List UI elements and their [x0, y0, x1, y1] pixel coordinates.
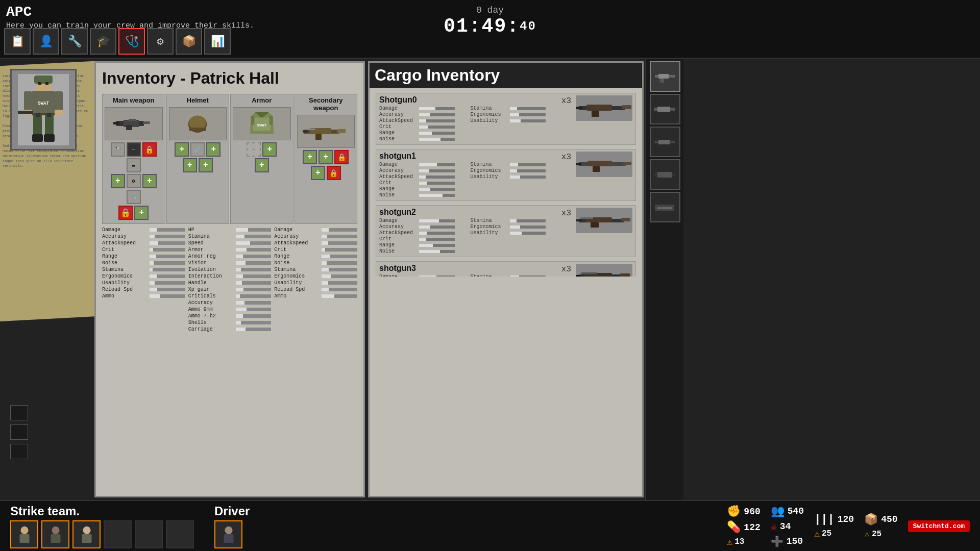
cargo-item-shotgun1[interactable]: shotgun1 Damage Accurasy AttackSpeed Cri… [376, 149, 636, 201]
nav-character[interactable]: 👤 [33, 28, 59, 55]
add-slot-a-2[interactable]: + [255, 158, 269, 172]
secondary-weapon-column: Secondary weapon + + 🔒 [295, 94, 358, 224]
secondary-weapon-slots-2: + 🔒 [297, 166, 355, 180]
cargo-count-shotgun0: x3 [561, 95, 571, 106]
add-slot-sw-1[interactable]: + [303, 150, 317, 164]
nav-notes[interactable]: 📋 [4, 28, 31, 55]
cargo-item-shotgun2[interactable]: shotgun2 Damage Accurasy AttackSpeed Cri… [376, 205, 636, 257]
helmet-header: Helmet [169, 96, 227, 104]
svg-text:SWAT: SWAT [257, 123, 267, 127]
add-slot-h-1[interactable]: + [175, 142, 189, 157]
center-stats: HP Stamina Speed Armor Armor reg Vision … [188, 227, 272, 333]
lock-slot-sw: 🔒 [334, 150, 349, 164]
day-label: 0 day [444, 5, 536, 15]
resource-med1-value: 122 [744, 522, 760, 533]
svg-rect-4 [45, 82, 48, 85]
cargo-name-shotgun1: shotgun1 [379, 152, 556, 161]
stat-ergonomics: Ergonomics [102, 273, 185, 279]
main-area: Lorem ipsum dolor sit amet consectetur a… [0, 59, 980, 500]
avatar-1 [15, 524, 34, 544]
nav-weapons[interactable]: ⚙ [147, 28, 174, 55]
sidebar-misc-icon [652, 194, 678, 220]
nav-medical[interactable]: 🩺 [118, 28, 145, 55]
nav-training[interactable]: 🎓 [90, 28, 116, 55]
driver-member-1[interactable] [214, 520, 242, 548]
cargo-right-stats-shotgun2: Stamina Ergonomics Usability [470, 218, 556, 255]
svg-rect-8 [55, 91, 63, 112]
svg-rect-17 [36, 113, 40, 117]
ammo-icon: ||| [814, 513, 835, 526]
svg-rect-57 [576, 275, 580, 277]
cargo-stats-shotgun0: Damage Accurasy AttackSpeed Crit Range N… [379, 106, 556, 142]
avatar-3 [77, 524, 96, 544]
cargo-list[interactable]: Shotgun0 Damage Accurasy AttackSpeed Cri… [376, 93, 636, 277]
cargo-info-shotgun2: shotgun2 Damage Accurasy AttackSpeed Cri… [379, 208, 556, 255]
extra-slot-1[interactable]: ▬ [127, 158, 141, 172]
svg-rect-45 [593, 166, 600, 172]
scope-slot[interactable]: 🔭 [111, 142, 125, 157]
svg-rect-72 [19, 534, 29, 543]
team-member-6[interactable] [166, 520, 194, 548]
armor-header: Armor [233, 96, 291, 104]
add-slot-sw-3[interactable]: + [311, 166, 325, 180]
item-slot-h-1[interactable]: 🔗 [190, 142, 205, 157]
svg-rect-27 [189, 128, 206, 131]
nav-inventory[interactable]: 📦 [176, 28, 202, 55]
sidebar-misc-slot[interactable] [650, 192, 680, 222]
add-slot-mw-1[interactable]: + [111, 174, 125, 188]
dash-slot: — [127, 142, 141, 157]
item-slot-mw[interactable]: ⚙ [127, 174, 141, 188]
svg-rect-59 [581, 272, 597, 274]
team-member-5[interactable] [135, 520, 163, 548]
team-avatars [10, 520, 194, 548]
armor-slot[interactable]: SWAT [233, 107, 291, 140]
warning-icon-1: ⚠ [727, 536, 732, 547]
team-label: Strike team. [10, 504, 194, 518]
main-weapon-slot[interactable] [105, 107, 163, 140]
sidebar-shotgun-slot-1[interactable] [650, 94, 680, 124]
resources: ✊ 960 💊 122 ⚠ 13 👥 540 ☠ 34 ➕ [727, 505, 970, 548]
cargo-info-shotgun0: Shotgun0 Damage Accurasy AttackSpeed Cri… [379, 95, 556, 142]
svg-rect-11 [18, 111, 33, 114]
add-slot-mw-2[interactable]: + [142, 174, 157, 188]
add-slot-sw-2[interactable]: + [318, 150, 333, 164]
stat-damage: Damage [102, 227, 185, 233]
team-member-2[interactable] [41, 520, 69, 548]
main-weapon-stats: Damage Accurasy AttackSpeed Crit Range [102, 227, 185, 333]
misc-slot[interactable]: 🔧 [127, 190, 141, 204]
add-slot-h-3[interactable]: + [183, 158, 197, 172]
team-member-1[interactable] [10, 520, 38, 548]
stats-area: Damage Accurasy AttackSpeed Crit Range [102, 227, 357, 333]
svg-rect-3 [38, 82, 41, 85]
add-slot-h-2[interactable]: + [206, 142, 220, 157]
nav-bar: 📋 👤 🔧 🎓 🩺 ⚙ 📦 📊 [4, 28, 231, 55]
shotgun0-image [576, 98, 632, 118]
sidebar-rifle-slot[interactable] [650, 61, 680, 92]
lock-slot-mw: 🔒 [118, 206, 133, 220]
secondary-weapon-slot[interactable] [297, 115, 355, 148]
nav-stats[interactable]: 📊 [204, 28, 231, 55]
add-slot-h-4[interactable]: + [199, 158, 213, 172]
lock-slot-sw-2: 🔒 [327, 166, 341, 180]
team-member-4[interactable] [104, 520, 132, 548]
helmet-slot[interactable] [169, 107, 227, 140]
main-weapon-slots: 🔭 — 🔒 ▬ [105, 142, 163, 172]
cargo-count-shotgun1: x3 [561, 152, 571, 162]
cargo-item-shotgun3[interactable]: shotgun3 Damage Accurasy AttackSpeed Cri… [376, 261, 636, 277]
nav-tools[interactable]: 🔧 [61, 28, 88, 55]
add-slot-a-1[interactable]: + [262, 142, 277, 157]
cargo-item-shotgun0[interactable]: Shotgun0 Damage Accurasy AttackSpeed Cri… [376, 93, 636, 145]
svg-rect-76 [82, 534, 91, 543]
team-member-3[interactable] [72, 520, 101, 548]
cargo-title: Cargo Inventory [370, 63, 642, 88]
sidebar-shotgun-slot-2[interactable] [650, 127, 680, 157]
stat-reload: Reload Spd [102, 287, 185, 292]
bottom-squares [10, 405, 28, 459]
sidebar-shotgun3-icon [652, 162, 678, 187]
svg-rect-53 [580, 217, 593, 219]
svg-rect-61 [658, 74, 669, 79]
add-slot-mw-3[interactable]: + [134, 206, 149, 220]
resource-group-1: ✊ 960 💊 122 ⚠ 13 [727, 505, 760, 547]
watermark-text: Switchntd.com [913, 522, 965, 530]
sidebar-shotgun-slot-3[interactable] [650, 159, 680, 190]
